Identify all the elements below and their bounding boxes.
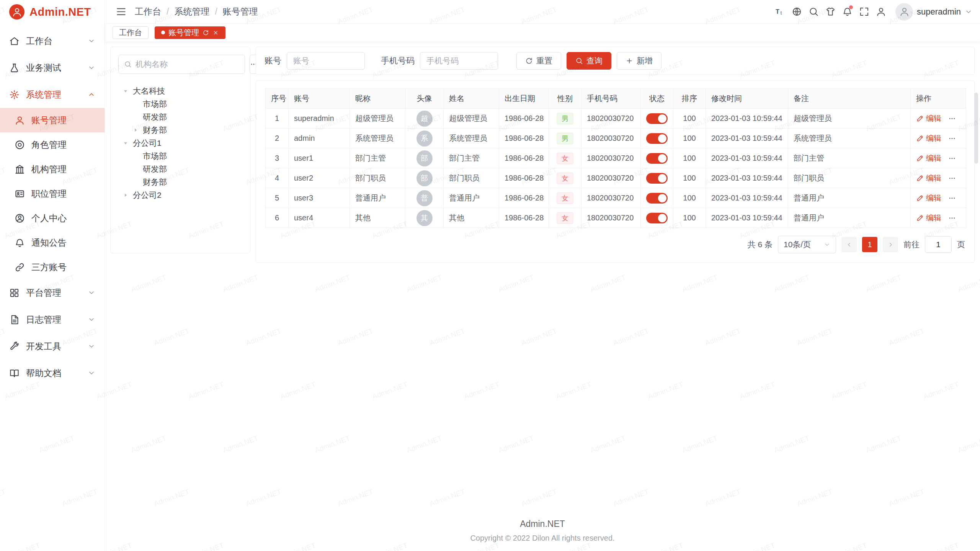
row-more-button[interactable]	[948, 155, 956, 162]
sidebar-item-7[interactable]: 帮助文档	[0, 360, 105, 386]
tree-node-8[interactable]: 财务部	[118, 176, 242, 189]
sidebar-item-1[interactable]: 工作台	[0, 28, 105, 54]
edit-icon	[916, 135, 924, 142]
sidebar-subitem-6[interactable]: 通知公告	[0, 230, 105, 255]
search-icon[interactable]	[805, 3, 822, 20]
edit-button[interactable]: 编辑	[916, 173, 941, 183]
table-row: 3user1部门主管部部门主管1986-06-28女18020030720100…	[266, 148, 966, 168]
edit-button[interactable]: 编辑	[916, 153, 941, 163]
reset-button[interactable]: 重置	[516, 52, 561, 70]
font-size-icon[interactable]	[771, 3, 788, 20]
caret-down-icon[interactable]	[121, 139, 130, 147]
app-logo[interactable]: Admin.NET	[0, 0, 105, 24]
status-toggle[interactable]	[646, 153, 668, 164]
caret-right-icon[interactable]	[121, 191, 130, 199]
sidebar-item-label: 平台管理	[26, 287, 81, 299]
sidebar-collapse-button[interactable]	[113, 3, 129, 20]
chevron-down-icon	[88, 342, 95, 350]
cell-gender: 男	[549, 109, 581, 129]
status-toggle[interactable]	[646, 193, 668, 204]
tab-2[interactable]: 账号管理	[155, 26, 225, 39]
tab-1[interactable]: 工作台	[113, 26, 149, 39]
tree-node-6[interactable]: 市场部	[118, 150, 242, 163]
cell-remark: 部门主管	[788, 148, 911, 168]
phone-query-input[interactable]	[420, 52, 498, 70]
accounts-table-card: 序号账号昵称头像姓名出生日期性别手机号码状态排序修改时间备注操作 1supera…	[256, 80, 975, 263]
edit-label: 编辑	[926, 113, 941, 124]
topbar-icon-group	[771, 3, 889, 20]
breadcrumb: 工作台/系统管理/账号管理	[135, 6, 258, 18]
hamburger-icon	[116, 7, 126, 17]
tree-node-9[interactable]: 分公司2	[118, 189, 242, 202]
org-icon	[15, 164, 25, 174]
sidebar-subitem-5[interactable]: 个人中心	[0, 206, 105, 230]
table-row: 1superadmin超级管理员超超级管理员1986-06-28男1802003…	[266, 109, 966, 129]
edit-button[interactable]: 编辑	[916, 193, 941, 203]
tree-node-2[interactable]: 市场部	[118, 98, 242, 111]
theme-icon[interactable]	[822, 3, 839, 20]
locale-globe-icon[interactable]	[788, 3, 805, 20]
tree-node-4[interactable]: 财务部	[118, 124, 242, 137]
sidebar-submenu: 账号管理角色管理机构管理职位管理个人中心通知公告三方账号	[0, 108, 105, 279]
row-more-button[interactable]	[948, 174, 956, 182]
breadcrumb-separator: /	[215, 7, 217, 17]
cell-name: 系统管理员	[444, 129, 499, 148]
scrollbar-thumb[interactable]	[974, 93, 978, 164]
chevron-up-icon	[88, 91, 95, 98]
row-more-button[interactable]	[948, 135, 956, 142]
add-button[interactable]: 新增	[617, 52, 662, 70]
user-menu[interactable]: superadmin	[895, 3, 972, 21]
cell-remark: 普通用户	[788, 188, 911, 208]
sidebar-subitem-3[interactable]: 机构管理	[0, 157, 105, 181]
user-avatar	[895, 3, 913, 21]
sidebar-item-4[interactable]: 平台管理	[0, 279, 105, 306]
tree-node-3[interactable]: 研发部	[118, 111, 242, 124]
caret-down-icon[interactable]	[121, 87, 130, 95]
breadcrumb-item-2[interactable]: 系统管理	[174, 6, 209, 18]
sidebar-item-label: 工作台	[26, 35, 81, 47]
row-more-button[interactable]	[948, 194, 956, 202]
fullscreen-icon[interactable]	[856, 3, 872, 20]
page-size-select[interactable]: 10条/页	[778, 236, 836, 253]
sidebar-subitem-2[interactable]: 角色管理	[0, 132, 105, 157]
notification-bell-icon[interactable]	[839, 3, 856, 20]
footer-title: Admin.NET	[105, 519, 980, 529]
status-toggle[interactable]	[646, 113, 668, 124]
next-page-button[interactable]	[883, 237, 898, 252]
tree-node-1[interactable]: 大名科技	[118, 85, 242, 98]
breadcrumb-item-1[interactable]: 工作台	[135, 6, 161, 18]
tree-node-7[interactable]: 研发部	[118, 163, 242, 176]
row-more-button[interactable]	[948, 115, 956, 122]
cell-operations: 编辑	[911, 168, 966, 188]
caret-right-icon[interactable]	[131, 126, 140, 134]
cell-avatar: 部	[405, 168, 444, 188]
more-dots-icon	[948, 214, 956, 222]
prev-page-button[interactable]	[841, 237, 857, 252]
cell-order: 100	[673, 148, 706, 168]
platform-icon	[9, 288, 20, 298]
row-more-button[interactable]	[948, 214, 956, 222]
sidebar-item-6[interactable]: 开发工具	[0, 333, 105, 360]
edit-button[interactable]: 编辑	[916, 113, 941, 124]
sidebar-item-2[interactable]: 业务测试	[0, 54, 105, 81]
edit-button[interactable]: 编辑	[916, 213, 941, 223]
sidebar-item-3[interactable]: 系统管理	[0, 81, 105, 108]
status-toggle[interactable]	[646, 213, 668, 223]
notification-badge	[849, 5, 853, 9]
account-query-input[interactable]	[287, 52, 365, 70]
search-button[interactable]: 查询	[567, 52, 611, 70]
sidebar-item-5[interactable]: 日志管理	[0, 306, 105, 333]
tree-node-5[interactable]: 分公司1	[118, 137, 242, 150]
breadcrumb-item-3[interactable]: 账号管理	[223, 6, 258, 18]
sidebar-subitem-1[interactable]: 账号管理	[0, 108, 105, 132]
edit-icon	[916, 194, 924, 202]
goto-page-input[interactable]	[925, 236, 952, 253]
sidebar-subitem-7[interactable]: 三方账号	[0, 255, 105, 279]
edit-button[interactable]: 编辑	[916, 133, 941, 143]
org-search-input[interactable]	[136, 60, 239, 69]
sidebar-subitem-4[interactable]: 职位管理	[0, 181, 105, 206]
status-toggle[interactable]	[646, 133, 668, 144]
page-1-button[interactable]: 1	[862, 237, 877, 252]
user-icon[interactable]	[872, 3, 889, 20]
status-toggle[interactable]	[646, 173, 668, 184]
